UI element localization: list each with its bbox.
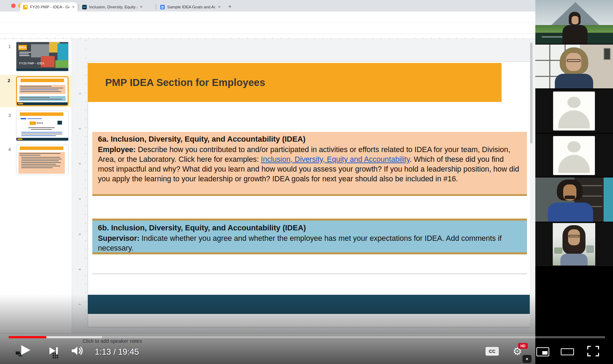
slide-box-6a[interactable]: 6a. Inclusion, Diversity, Equity, and Ac… [92,132,527,196]
thumb-caption: FY20 PMP - IDEA [19,62,44,65]
ruler-number: 4 [78,198,82,200]
miniplayer-button[interactable] [536,347,549,356]
progress-bar-buffered[interactable] [46,336,102,338]
city-backdrop [586,245,594,253]
thumb-footer [17,102,68,105]
thumb-lab-logo [57,121,62,125]
participant-video-4 [535,134,613,177]
portrait-video [553,223,595,266]
tab-sample-idea-goals[interactable]: Sample IDEA Goals and Accom × [157,2,226,11]
tab-close-icon[interactable]: × [72,5,75,9]
city-backdrop [554,247,562,254]
slide-thumbnail-1[interactable]: IDEA FY20 PMP - IDEA [16,42,69,71]
box-6a-lead: Employee: [98,145,136,154]
new-tab-button[interactable]: + [228,3,232,10]
participant-video-2 [535,45,613,88]
tab-title: FY20 PMP - IDEA - Google Sli [30,5,69,9]
person-torso [562,25,588,44]
slide-box-6b[interactable]: 6b. Inclusion, Diversity, Equity, and Ac… [92,219,527,254]
slide-number: 2 [8,78,10,83]
water-reflection [542,36,562,38]
thumb-footer [16,69,69,71]
slide-thumbnail-2-selected[interactable] [16,76,69,106]
tab-inclusion-diversity[interactable]: Inclusion, Diversity, Equity and × [79,2,155,11]
participant-video-3 [535,89,613,133]
box-6b-heading: 6b. Inclusion, Diversity, Equity, and Ac… [98,223,521,233]
window-close-button[interactable] [11,3,16,8]
photo-block [57,43,69,62]
participant-video-5 [535,177,613,222]
progress-bar-played[interactable] [9,336,46,338]
avatar-placeholder [553,136,595,175]
slide-number: 4 [8,147,11,152]
fullscreen-button[interactable] [587,346,599,356]
person-torso [548,203,593,222]
participant-video-6 [535,222,613,266]
tab-title: Inclusion, Diversity, Equity and [89,5,137,9]
slide-thumbnail-3[interactable]: IDEA [16,111,69,141]
play-button[interactable] [20,345,31,357]
next-button[interactable] [49,347,59,356]
slide-title: PMP IDEA Section for Employees [105,77,265,88]
person-face [568,229,580,245]
browser-address-row: docs.google.com/presentation/d/1Vyn8JutH… [0,11,535,23]
slides-favicon [23,5,28,9]
volume-icon[interactable] [71,346,85,357]
slide-filmstrip: 1 IDEA FY20 PMP - IDEA 2 [0,39,72,333]
ruler-number: 5 [78,233,82,235]
thumb-title-bar [20,147,63,150]
slide-title-bar[interactable]: PMP IDEA Section for Employees [88,63,502,102]
ruler-number: 3 [78,163,82,165]
thumb-title-bar [21,79,64,82]
box-6a-body: Employee: Describe how you contributed t… [98,145,521,184]
glasses [567,59,581,62]
hd-quality-badge: HD [518,343,528,349]
tab-fy20-pmp-idea[interactable]: FY20 PMP - IDEA - Google Sli × [20,2,77,11]
person-face [572,16,579,24]
slide-thumbnail-4[interactable] [16,145,69,175]
thumb-footer [16,138,68,141]
docs-favicon [160,5,165,9]
thumb-title-bar [20,112,63,116]
lbl-favicon [82,5,87,9]
box-6b-lead: Supervisor: [98,234,139,243]
thumb-box-a [19,85,65,94]
photo-block [55,60,69,68]
photo-block [31,44,49,57]
room-shelves-scene [535,177,613,222]
slide-number: 1 [8,44,11,49]
ruler-number: 1 [78,93,82,94]
person-torso [560,254,588,266]
mustache [565,196,575,199]
tab-separator [156,4,156,10]
horizontal-ruler: 1 2 3 4 5 6 7 8 9 10 11 12 13 [0,34,535,39]
sparkle-badge-icon: ✦ [522,355,531,363]
box-6b-body: Supervisor: Indicate whether you agree a… [98,234,521,253]
tab-close-icon[interactable]: × [140,5,142,9]
outdoor-volcano-scene [535,0,613,44]
box-6b-text: Indicate whether you agree and whether t… [98,234,502,252]
tab-separator [78,4,79,10]
participant-video-1 [535,0,613,44]
glasses [568,235,580,237]
captions-button[interactable]: CC [486,347,499,356]
home-office-scene [535,45,613,88]
thumb-text-block [18,152,65,174]
thumb-idea-logo: IDEA [18,45,27,50]
tab-close-icon[interactable]: × [218,5,220,9]
teal-wall [604,177,613,222]
slide-number: 3 [8,113,11,118]
progress-bar-track[interactable] [102,336,605,338]
browser-tabstrip: FY20 PMP - IDEA - Google Sli × Inclusion… [0,0,535,11]
slides-toolbar: + ▾ ↶ ↷ ▾ ▾ ▾ Background Layout ▾ Theme … [0,23,535,34]
box-6a-link[interactable]: Inclusion, Diversity, Equity and Account… [261,155,410,164]
box-6a-heading: 6a. Inclusion, Diversity, Equity, and Ac… [98,134,521,144]
person-torso [555,74,593,88]
ruler-number: 6 [78,268,82,270]
theater-mode-button[interactable] [561,348,574,355]
youtube-player: FY20 PMP - IDEA - Google Sli × Inclusion… [0,0,613,364]
thumb-logo-chip [30,121,36,125]
person-face [566,53,581,71]
picture-frame [604,48,611,60]
canvas-scrollbar-thumb[interactable] [530,42,533,143]
